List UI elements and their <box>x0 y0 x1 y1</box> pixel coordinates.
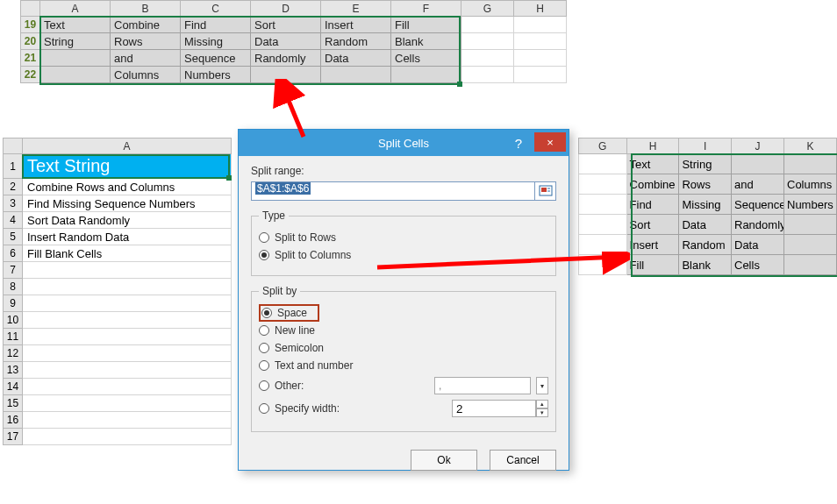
cell[interactable]: and <box>111 50 181 67</box>
cell[interactable]: Data <box>251 33 321 50</box>
cell[interactable] <box>461 17 514 33</box>
row-header[interactable]: 4 <box>4 212 23 229</box>
col-header[interactable]: G <box>579 138 627 154</box>
cell[interactable] <box>579 174 627 195</box>
cell[interactable] <box>23 362 232 379</box>
cell[interactable] <box>23 262 232 279</box>
cell[interactable] <box>23 345 232 362</box>
col-header[interactable]: G <box>461 1 514 17</box>
header-cell[interactable]: Text String <box>23 154 232 179</box>
cell[interactable]: Fill <box>626 255 679 275</box>
cell[interactable]: Sequence <box>181 50 251 67</box>
cell[interactable]: String <box>40 33 111 50</box>
help-button[interactable]: ? <box>505 130 532 156</box>
cell[interactable]: Text <box>626 154 679 174</box>
cell[interactable]: Missing <box>181 33 251 50</box>
cell[interactable]: Insert <box>626 235 679 255</box>
cell[interactable]: Fill Blank Cells <box>23 245 232 262</box>
cell[interactable]: Cells <box>391 50 461 67</box>
cell[interactable] <box>23 379 232 395</box>
row-header[interactable]: 5 <box>4 229 23 245</box>
col-header[interactable]: F <box>391 1 461 17</box>
cell[interactable]: Sort <box>251 17 321 33</box>
cell[interactable] <box>23 329 232 345</box>
cell[interactable]: Find <box>626 195 679 215</box>
cell[interactable]: Data <box>321 50 391 67</box>
dialog-titlebar[interactable]: Split Cells ? × <box>239 130 569 156</box>
cell[interactable] <box>514 67 567 83</box>
cell[interactable]: Rows <box>679 174 732 195</box>
radio-split-columns[interactable]: Split to Columns <box>259 249 548 261</box>
cell[interactable] <box>23 312 232 329</box>
cell[interactable]: Data <box>732 235 784 255</box>
col-header[interactable]: K <box>784 138 837 154</box>
row-header[interactable]: 6 <box>4 245 23 262</box>
cell[interactable] <box>23 395 232 412</box>
cell[interactable]: Fill <box>391 17 461 33</box>
cell[interactable]: Random <box>679 235 732 255</box>
cell[interactable]: Randomly <box>732 215 784 235</box>
col-header[interactable]: D <box>251 1 321 17</box>
other-dropdown[interactable]: ▾ <box>536 377 548 394</box>
other-delim-input[interactable] <box>434 377 531 394</box>
cell[interactable] <box>461 67 514 83</box>
width-input[interactable] <box>452 400 536 417</box>
radio-space[interactable]: Space <box>261 307 307 319</box>
cell[interactable]: Combine <box>111 17 181 33</box>
row-header[interactable]: 2 <box>4 179 23 195</box>
cell[interactable] <box>514 17 567 33</box>
cell[interactable]: Blank <box>679 255 732 275</box>
cell[interactable] <box>23 429 232 445</box>
cell[interactable] <box>40 50 111 67</box>
close-button[interactable]: × <box>534 132 566 152</box>
cell[interactable] <box>579 154 627 174</box>
cell[interactable] <box>40 67 111 83</box>
col-header[interactable]: H <box>514 1 567 17</box>
cell[interactable]: Randomly <box>251 50 321 67</box>
row-header[interactable]: 12 <box>4 345 23 362</box>
range-picker-button[interactable] <box>535 181 556 201</box>
col-header[interactable]: A <box>23 138 232 154</box>
row-header[interactable]: 19 <box>21 17 40 33</box>
cell[interactable] <box>784 255 837 275</box>
cell[interactable]: Find Missing Sequence Numbers <box>23 195 232 212</box>
cell[interactable] <box>784 235 837 255</box>
row-header[interactable]: 20 <box>21 33 40 50</box>
cell[interactable]: Blank <box>391 33 461 50</box>
cell[interactable] <box>579 195 627 215</box>
row-header[interactable]: 16 <box>4 412 23 429</box>
row-header[interactable]: 9 <box>4 295 23 312</box>
cell[interactable] <box>23 279 232 295</box>
row-header[interactable]: 3 <box>4 195 23 212</box>
row-header[interactable]: 17 <box>4 429 23 445</box>
cancel-button[interactable]: Cancel <box>490 450 556 471</box>
cell[interactable] <box>23 412 232 429</box>
radio-semicolon[interactable]: Semicolon <box>259 342 548 354</box>
cell[interactable]: Columns <box>784 174 837 195</box>
cell[interactable]: Insert <box>321 17 391 33</box>
cell[interactable]: Sort Data Randomly <box>23 212 232 229</box>
col-header[interactable]: C <box>181 1 251 17</box>
cell[interactable]: Columns <box>111 67 181 83</box>
cell[interactable] <box>732 154 784 174</box>
cell[interactable]: Combine Rows and Columns <box>23 179 232 195</box>
row-header[interactable]: 11 <box>4 329 23 345</box>
cell[interactable]: Text <box>40 17 111 33</box>
col-header[interactable]: J <box>732 138 784 154</box>
cell[interactable] <box>579 215 627 235</box>
cell[interactable]: Random <box>321 33 391 50</box>
radio-newline[interactable]: New line <box>259 324 548 337</box>
cell[interactable]: String <box>679 154 732 174</box>
row-header[interactable]: 22 <box>21 67 40 83</box>
cell[interactable]: Data <box>679 215 732 235</box>
cell[interactable] <box>321 67 391 83</box>
col-header[interactable]: B <box>111 1 181 17</box>
row-header[interactable]: 15 <box>4 395 23 412</box>
width-spin-up[interactable]: ▴ <box>536 400 548 408</box>
radio-textnum[interactable]: Text and number <box>259 359 548 372</box>
cell[interactable] <box>23 295 232 312</box>
cell[interactable]: Insert Random Data <box>23 229 232 245</box>
cell[interactable] <box>784 154 837 174</box>
split-range-input[interactable]: $A$1:$A$6 <box>251 181 535 201</box>
cell[interactable] <box>461 33 514 50</box>
